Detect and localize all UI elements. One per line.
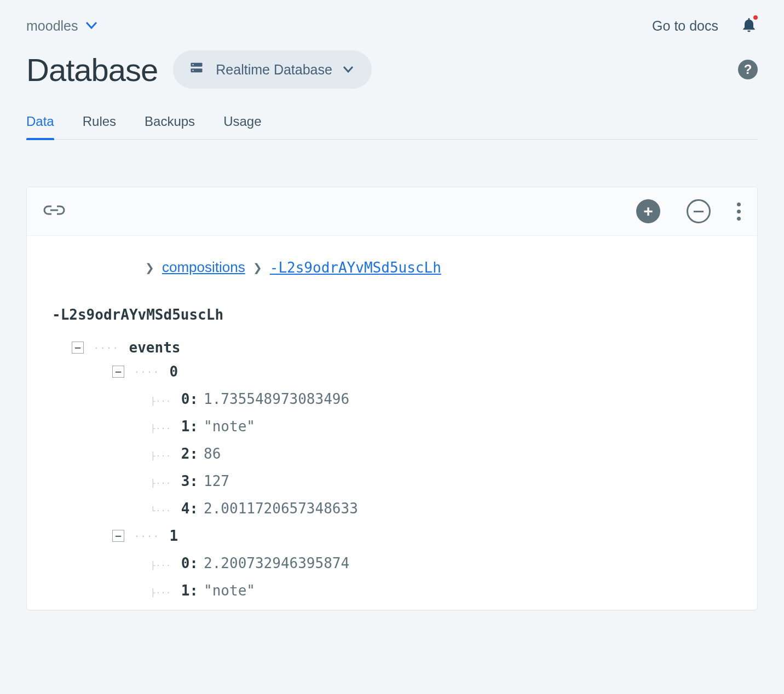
docs-link[interactable]: Go to docs bbox=[652, 18, 718, 34]
stack-icon bbox=[188, 60, 205, 79]
tree-leaf[interactable]: ├··· 1: "note" bbox=[151, 418, 732, 435]
tree-leaf[interactable]: ├··· 1: "note" bbox=[151, 582, 732, 599]
tree-key: 1: bbox=[181, 582, 198, 599]
page-title: Database bbox=[26, 51, 158, 88]
breadcrumb: ❯ compositions ❯ -L2s9odrAYvMSd5uscLh bbox=[145, 259, 732, 276]
tree-key: 1: bbox=[181, 418, 198, 435]
tab-data[interactable]: Data bbox=[26, 114, 54, 139]
tree-value: 127 bbox=[204, 473, 229, 489]
tree-connector-icon: ├··· bbox=[151, 452, 171, 460]
tree-node-0[interactable]: − ···· 0 bbox=[112, 363, 732, 380]
svg-point-3 bbox=[193, 70, 194, 71]
tree-value: 86 bbox=[204, 446, 221, 462]
project-selector[interactable]: moodles bbox=[26, 18, 97, 34]
database-type-label: Realtime Database bbox=[216, 62, 332, 78]
more-menu-icon[interactable] bbox=[737, 203, 741, 221]
tab-rules[interactable]: Rules bbox=[83, 114, 116, 139]
tree-leaf[interactable]: ├··· 0: 1.735548973083496 bbox=[151, 391, 732, 407]
tab-backups[interactable]: Backups bbox=[145, 114, 195, 139]
tree-value: 2.200732946395874 bbox=[204, 555, 349, 571]
data-card: + ❯ compositions ❯ -L2s9odrAYvMSd5uscLh … bbox=[26, 187, 758, 610]
tree-value: "note" bbox=[204, 418, 255, 435]
tree-connector-icon: ···· bbox=[134, 367, 160, 377]
project-name: moodles bbox=[26, 18, 78, 34]
database-type-selector[interactable]: Realtime Database bbox=[173, 50, 372, 89]
notifications-bell-icon[interactable] bbox=[740, 15, 758, 36]
tree-connector-icon: ···· bbox=[134, 531, 160, 541]
tree-leaf[interactable]: ├··· 2: 86 bbox=[151, 446, 732, 462]
tree-connector-icon: ├··· bbox=[151, 397, 171, 406]
link-icon[interactable] bbox=[43, 204, 65, 218]
tree-connector-icon: ├··· bbox=[151, 479, 171, 488]
tree-node-1[interactable]: − ···· 1 bbox=[112, 528, 732, 544]
breadcrumb-current[interactable]: -L2s9odrAYvMSd5uscLh bbox=[270, 259, 441, 276]
svg-point-2 bbox=[193, 64, 194, 65]
tree-leaf[interactable]: └··· 4: 2.0011720657348633 bbox=[151, 500, 732, 517]
tree-key: 1 bbox=[170, 528, 178, 544]
tab-usage[interactable]: Usage bbox=[223, 114, 261, 139]
tree-connector-icon: ├··· bbox=[151, 424, 171, 433]
add-button[interactable]: + bbox=[636, 199, 660, 223]
tree-leaf-group: ├··· 0: 1.735548973083496 ├··· 1: "note"… bbox=[151, 391, 732, 517]
tree-connector-icon: ├··· bbox=[151, 561, 171, 570]
collapse-toggle-icon[interactable]: − bbox=[112, 366, 124, 378]
tree-connector-icon: ···· bbox=[94, 343, 119, 353]
notification-dot-icon bbox=[752, 14, 759, 21]
tree-value: "note" bbox=[204, 582, 255, 599]
tree-connector-icon: └··· bbox=[151, 506, 171, 515]
tree-key: 4: bbox=[181, 500, 198, 517]
chevron-right-icon: ❯ bbox=[145, 261, 154, 274]
tree-key: 2: bbox=[181, 446, 198, 462]
tree-leaf-group: ├··· 0: 2.200732946395874 ├··· 1: "note" bbox=[151, 555, 732, 599]
data-tree: -L2s9odrAYvMSd5uscLh − ···· events − ···… bbox=[52, 306, 732, 599]
tree-key: events bbox=[129, 339, 181, 356]
tree-leaf[interactable]: ├··· 0: 2.200732946395874 bbox=[151, 555, 732, 571]
breadcrumb-parent[interactable]: compositions bbox=[162, 259, 245, 276]
help-icon[interactable]: ? bbox=[738, 60, 758, 79]
tree-key: 3: bbox=[181, 473, 198, 489]
collapse-toggle-icon[interactable]: − bbox=[72, 342, 84, 354]
collapse-toggle-icon[interactable]: − bbox=[112, 530, 124, 542]
tree-key: 0: bbox=[181, 555, 198, 571]
tree-root-key[interactable]: -L2s9odrAYvMSd5uscLh bbox=[52, 306, 732, 323]
tree-key: 0 bbox=[170, 363, 178, 380]
tree-node-events[interactable]: − ···· events bbox=[72, 339, 732, 356]
tree-leaf[interactable]: ├··· 3: 127 bbox=[151, 473, 732, 489]
chevron-down-icon bbox=[343, 66, 353, 73]
chevron-down-icon bbox=[86, 22, 97, 30]
chevron-right-icon: ❯ bbox=[253, 261, 262, 274]
tabs: Data Rules Backups Usage bbox=[26, 114, 758, 140]
tree-connector-icon: ├··· bbox=[151, 588, 171, 597]
card-toolbar: + bbox=[27, 187, 757, 236]
tree-key: 0: bbox=[181, 391, 198, 407]
tree-value: 2.0011720657348633 bbox=[204, 500, 358, 517]
tree-value: 1.735548973083496 bbox=[204, 391, 349, 407]
remove-button[interactable] bbox=[687, 199, 711, 223]
